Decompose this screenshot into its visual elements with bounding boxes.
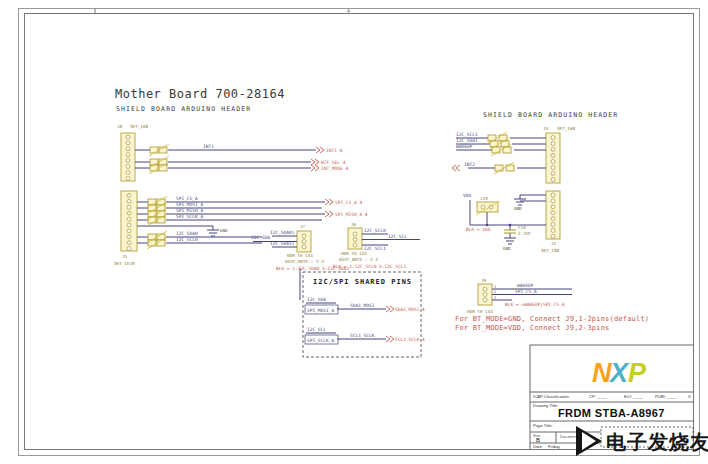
gnd-symbol-1: [207, 230, 219, 236]
left-section-caption: SHIELD BOARD ARDUINO HEADER: [116, 105, 251, 113]
j9-pin3-num: 3: [494, 296, 496, 300]
shared-i2c-sda: I2C_SDA: [307, 297, 326, 303]
net-label-int2: INT2: [464, 162, 475, 167]
j7-assy-note: ASSY_NOTE : 2-3: [285, 259, 324, 265]
shared-box-title: I2C/SPI SHARED PINS: [313, 278, 412, 286]
j7-ref: J7: [300, 224, 306, 229]
date-value: Friday,: [548, 444, 561, 449]
j5-type: SKT_1E10: [114, 261, 135, 267]
capacitor-c10-symbol: [504, 230, 516, 233]
offpage-chevrons-spi: [325, 199, 333, 217]
gnd-label-3: GND: [503, 246, 511, 251]
j9-pin1-num: 1: [494, 285, 496, 289]
net-label-i2c-scl0: I2C_SCL0: [176, 237, 198, 243]
net-label-wakeup: WAKEUP: [456, 144, 473, 149]
j9-pin2-num: 2: [494, 290, 496, 294]
schematic-sheet: 4 Mother Board 700-28164 SHIELD BOARD AR…: [0, 0, 708, 464]
connector-j8-symbol: [121, 133, 135, 181]
date-label: Date:: [533, 444, 543, 449]
j6-pin3-net: I2C_SCL1: [364, 246, 386, 252]
drawing-title-label: Drawing Title:: [533, 403, 558, 408]
shared-sda1-mosi: SDA1_MOSI: [350, 303, 375, 309]
j7-pin2-net: I2C_SDA: [251, 235, 270, 241]
j8-type: SKT_168: [130, 124, 149, 130]
j7-pin1-net: I2C_SDA0: [270, 230, 292, 236]
page-title-label: Page Title:: [533, 423, 553, 428]
j7-hdr-label: HDR TH 1X3: [287, 253, 313, 258]
offpage-ref-scl1-sclk: SCL1_SCLK 4: [395, 337, 425, 343]
icap-eci: ECI: ____: [624, 394, 643, 399]
j4-ref: J4: [543, 126, 549, 131]
offpage-ref-spi-miso: SPI_MISO_A 4: [335, 212, 368, 218]
offpage-ref-spi-cs: SPI_CS_A 4: [335, 200, 362, 206]
watermark-logo-icon: [576, 426, 602, 456]
nxp-logo: N X P: [592, 358, 647, 388]
shared-spi-sclk: SPI_SCLK_A: [307, 338, 334, 344]
offpage-ref-sda1-mosi: SDA1_MOSI 4: [395, 307, 425, 313]
gnd-symbol-2: [514, 199, 526, 205]
j6-ref: J6: [351, 222, 357, 227]
icap-cp: CP: ____: [589, 394, 607, 399]
gnd-label-1: GND: [220, 228, 228, 233]
blk-vdd-note: BLK = VDD: [466, 227, 491, 232]
j10-ref: J10: [480, 196, 488, 201]
j7-pin1-num: 1: [292, 231, 294, 235]
j9-blk-note: BLK = <WAKEUP|SPI_CS_A: [505, 302, 565, 308]
j7-pin3-num: 3: [292, 242, 294, 246]
vdd-label: VDD: [463, 193, 471, 198]
j7-pin3-net: I2C_SDA1: [270, 241, 292, 247]
j9-ref: J9: [481, 278, 487, 283]
shared-scl1-sclk: SCL1_SCLK: [350, 333, 375, 339]
schematic-graphics: 4 Mother Board 700-28164 SHIELD BOARD AR…: [0, 0, 708, 464]
bt-mode-note-1: For BT_MODE=GND, Connect J9,1-2pins(defa…: [455, 315, 649, 323]
offpage-ref-int1: INT1 4: [326, 148, 343, 153]
nxp-logo-n: N: [592, 358, 612, 388]
bt-mode-note-2: For BT_MODE=VDD, Connect J9,2-3pins: [455, 324, 610, 332]
j8-wires: [135, 144, 316, 174]
c10-ref: C10: [518, 225, 526, 230]
right-section-caption: SHIELD BOARD ARDUINO HEADER: [483, 111, 618, 119]
gnd-label-2: GND: [514, 206, 522, 211]
j9-wakeup-net: WAKEUP: [517, 283, 534, 288]
watermark-text: 电子发烧友: [606, 430, 708, 454]
net-label-int1: INT1: [203, 144, 214, 149]
j8-ref: J8: [117, 124, 123, 129]
gnd-symbol-3: [504, 238, 516, 244]
drawing-title: FRDM STBA-A8967: [558, 407, 665, 419]
net-label-spi-sclk-a: SPI_SCLK_A: [176, 214, 203, 220]
size-value: B: [536, 437, 540, 443]
j2-ref: J2: [551, 241, 557, 246]
icap-pubi: PUBI: ____: [655, 394, 677, 399]
nxp-logo-p: P: [628, 358, 647, 388]
j9-hdr-label: HDR TH 1X3: [467, 309, 493, 314]
j2-type: SKT_188: [541, 248, 560, 254]
offpage-chevron-int2: [452, 165, 460, 171]
icap-x: X: [688, 394, 691, 399]
icap-classification-label: ICAP Classification:: [533, 394, 570, 399]
jumper-j10-symbol: [476, 201, 500, 215]
j6-hdr-label: HDR TH 1X3: [341, 251, 367, 256]
c10-value: 2.2UF: [518, 231, 531, 236]
shared-i2c-scl: I2C_SCL: [307, 327, 326, 333]
page-title: Mother Board 700-28164: [115, 87, 285, 101]
nxp-logo-x: X: [608, 358, 630, 388]
offpage-ref-int-mode: INT_MODE 4: [321, 166, 348, 172]
j6-pin1-net: I2C_SCL0: [364, 228, 386, 234]
j4-type: SKT_168: [557, 126, 576, 132]
j5-ref: J5: [122, 254, 128, 259]
j6-assy-note: ASSY_NOTE : 2-3: [339, 257, 378, 263]
connector-j5-symbol: [121, 191, 137, 251]
shared-spi-mosi: SPI_MOSI_A: [307, 308, 334, 314]
zone-label: 4: [347, 8, 350, 14]
